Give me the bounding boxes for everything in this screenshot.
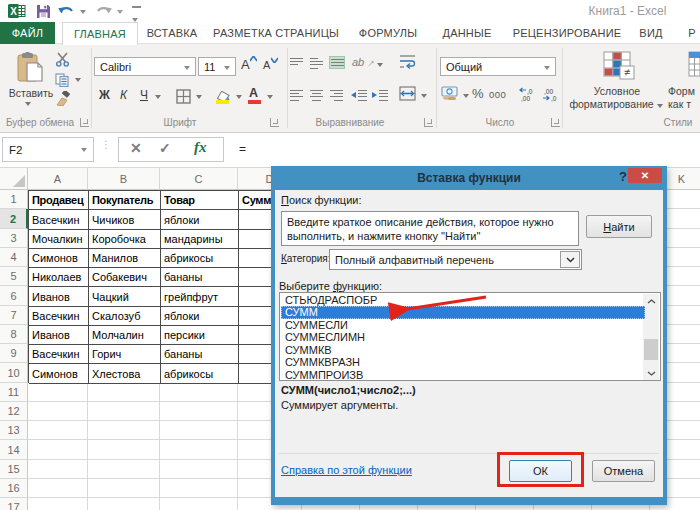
underline-dropdown-caret[interactable] [155,95,161,99]
undo-icon[interactable] [57,3,76,19]
row-header-4[interactable]: 4 [0,248,28,267]
tab-главная[interactable]: ГЛАВНАЯ [62,22,138,45]
scrollbar-thumb[interactable] [644,339,658,360]
function-item-СУММ[interactable]: СУММ [281,306,645,318]
cell-A2[interactable]: Васечкин [29,210,89,230]
listbox-scrollbar[interactable] [643,294,659,380]
category-combo[interactable]: Полный алфавитный перечень [329,249,582,270]
cell-B4[interactable]: Манилов [89,249,161,268]
wrap-text-icon[interactable] [399,54,416,73]
function-item-СУММЕСЛИМН[interactable]: СУММЕСЛИМН [281,331,645,343]
cancel-formula-icon[interactable]: ✕ [130,140,142,156]
row-header-16[interactable]: 16 [0,479,28,498]
help-link[interactable]: Справка по этой функции [281,464,412,476]
shrink-font-icon[interactable]: А [263,59,270,71]
row-header-15[interactable]: 15 [0,460,28,479]
comma-style-button[interactable]: 000 [489,89,506,100]
conditional-formatting-icon[interactable]: ≠ [603,51,635,87]
align-middle-button[interactable] [309,56,325,69]
name-box[interactable]: F2 [2,137,94,162]
row-header-9[interactable]: 9 [0,344,28,363]
cell-A3[interactable]: Мочалкин [29,230,89,249]
tab-вид[interactable]: ВИД [630,22,672,44]
grow-font-icon[interactable]: А [241,57,250,72]
category-dropdown-icon[interactable] [560,251,580,268]
cell-C4[interactable]: абрикосы [161,249,239,268]
cell-A10[interactable]: Симонов [29,364,89,384]
paste-icon[interactable] [17,52,45,88]
scroll-down-icon[interactable] [643,366,659,380]
align-center-button[interactable] [309,88,325,101]
function-item-СУММПРОИЗВ[interactable]: СУММПРОИЗВ [281,369,645,381]
cell-A4[interactable]: Симонов [29,249,89,268]
increase-indent-button[interactable] [372,88,388,101]
row-header-12[interactable]: 12 [0,402,28,421]
enter-formula-icon[interactable]: ✓ [159,140,171,156]
row-header-1[interactable]: 1 [0,190,28,209]
cell-C6[interactable]: грейпфрут [161,287,239,307]
function-item-СУММЕСЛИ[interactable]: СУММЕСЛИ [281,319,645,331]
accounting-dropdown-caret[interactable] [463,94,469,98]
search-function-input[interactable]: Введите краткое описание действия, котор… [281,211,579,246]
find-button[interactable]: Найти [586,215,652,238]
column-header-A[interactable]: A [28,168,88,190]
align-top-button[interactable] [289,56,305,69]
copy-icon[interactable] [55,73,69,91]
accounting-format-icon[interactable] [441,86,459,104]
paste-dropdown-caret[interactable] [25,102,31,106]
cell-A6[interactable]: Иванов [29,287,89,307]
tab-р[interactable]: Р [672,22,700,44]
tab-рецензирование[interactable]: РЕЦЕНЗИРОВАНИЕ [504,22,630,44]
align-bottom-button[interactable] [329,56,345,69]
row-header-3[interactable]: 3 [0,229,28,248]
row-header-17[interactable]: 17 [0,498,28,510]
row-header-5[interactable]: 5 [0,267,28,286]
row-header-11[interactable]: 11 [0,383,28,402]
cell-B2[interactable]: Чичиков [89,210,161,230]
format-painter-icon[interactable] [54,91,71,110]
cell-A5[interactable]: Николаев [29,268,89,287]
borders-icon[interactable] [176,89,191,108]
font-color-icon[interactable]: А [249,86,258,100]
format-as-table-icon[interactable] [688,51,700,87]
column-header-B[interactable]: B [88,168,160,190]
undo-dropdown-caret[interactable] [80,10,86,14]
column-header-C[interactable]: C [160,168,238,190]
row-header-8[interactable]: 8 [0,325,28,344]
cell-A8[interactable]: Иванов [29,326,89,345]
tab-данные[interactable]: ДАННЫЕ [430,22,504,44]
cell-C10[interactable]: абрикосы [161,364,239,384]
cell-C2[interactable]: яблоки [161,210,239,230]
tab-файл[interactable]: ФАЙЛ [0,22,55,44]
insert-function-icon[interactable]: fx [194,139,207,156]
bold-button[interactable]: Ж [99,88,110,102]
font-color-dropdown-caret[interactable] [267,95,273,99]
cell-C5[interactable]: бананы [161,268,239,287]
cell-B7[interactable]: Скалозуб [89,307,161,326]
cell-C8[interactable]: персики [161,326,239,345]
select-all-corner[interactable] [0,168,28,190]
fill-color-dropdown-caret[interactable] [236,95,242,99]
number-dialog-launcher[interactable] [551,118,560,127]
conditional-formatting-label-2[interactable]: форматирование [566,98,666,110]
align-right-button[interactable] [329,88,345,101]
cell-B8[interactable]: Молчалин [89,326,161,345]
cut-icon[interactable] [55,52,70,71]
decrease-decimal-icon[interactable]: ,00 ,0 [541,87,559,106]
cell-A7[interactable]: Васечкин [29,307,89,326]
clipboard-dialog-launcher[interactable] [80,118,89,127]
increase-decimal-icon[interactable]: ,0 ,00 [518,87,536,106]
format-as-table-label-2[interactable]: как т [668,98,700,110]
tab-формулы[interactable]: ФОРМУЛЫ [346,22,430,44]
cell-B6[interactable]: Чацкий [89,287,161,307]
redo-icon[interactable] [94,3,113,19]
tab-разметка страницы[interactable]: РАЗМЕТКА СТРАНИЦЫ [206,22,346,44]
borders-dropdown-caret[interactable] [196,95,202,99]
underline-button[interactable]: Ч [140,88,148,102]
decrease-indent-button[interactable] [351,88,367,101]
function-item-СУММКВРАЗН[interactable]: СУММКВРАЗН [281,356,645,368]
font-name-combo[interactable]: Calibri [94,57,196,76]
merge-dropdown-caret[interactable] [421,94,427,98]
cell-B1[interactable]: Покупатель [89,191,161,210]
merge-center-icon[interactable] [399,86,416,105]
